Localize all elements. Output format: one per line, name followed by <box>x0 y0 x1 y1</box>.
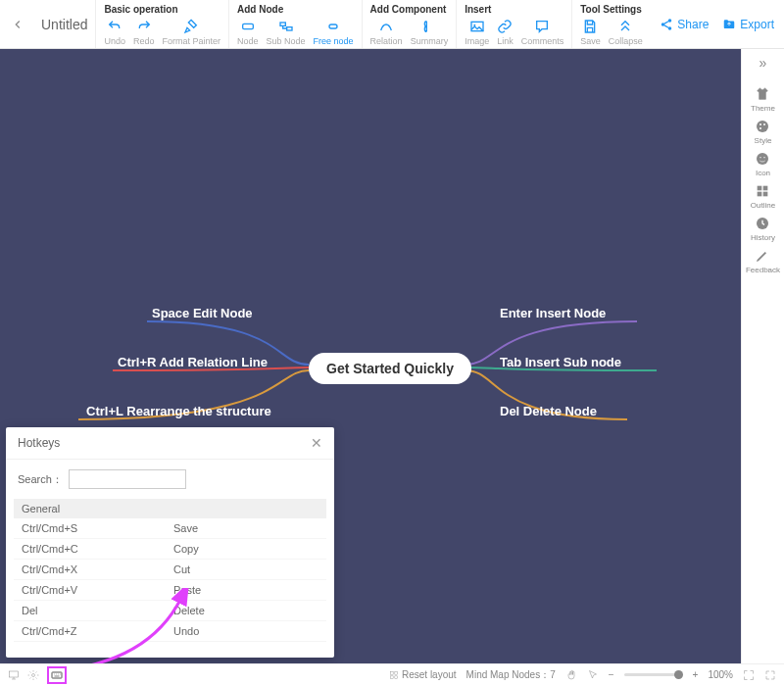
hotkeys-title: Hotkeys <box>18 436 60 450</box>
toolbar-item-label: Node <box>237 36 259 46</box>
zoom-in-button[interactable]: + <box>693 669 699 680</box>
redo-button[interactable]: Redo <box>131 17 157 48</box>
sidebar-theme[interactable]: Theme <box>746 86 780 113</box>
keyboard-icon[interactable] <box>47 666 67 684</box>
hotkey-action: Paste <box>173 584 201 596</box>
undo-button[interactable]: Undo <box>102 17 127 48</box>
link-button[interactable]: Link <box>495 17 515 48</box>
svg-rect-16 <box>758 186 762 191</box>
svg-point-10 <box>760 123 761 125</box>
svg-point-14 <box>760 157 761 158</box>
close-icon[interactable]: ✕ <box>311 435 322 451</box>
hotkey-row: Ctrl/Cmd+CCopy <box>14 539 326 560</box>
comments-button[interactable]: Comments <box>519 17 566 48</box>
leaf-left-2[interactable]: Ctrl+L Rearrange the structure <box>86 404 271 418</box>
sidebar-label: Feedback <box>746 266 780 274</box>
sidebar-label: Style <box>755 136 772 145</box>
hotkey-row: Ctrl/Cmd+ZUndo <box>14 621 326 642</box>
toolbar-item-label: Summary <box>411 36 449 46</box>
toolbar-item-label: Free node <box>314 36 354 46</box>
hotkey-row: Ctrl/Cmd+SSave <box>14 518 326 539</box>
toolbar-item-label: Link <box>497 36 514 46</box>
hotkey-action: Cut <box>173 563 190 575</box>
sidebar-history[interactable]: History <box>746 216 780 242</box>
export-button[interactable]: Export <box>722 18 774 31</box>
node-button[interactable]: Node <box>235 17 261 48</box>
cursor-tool-icon[interactable] <box>587 669 599 681</box>
hotkey-key: Del <box>22 605 173 616</box>
svg-rect-24 <box>390 671 393 674</box>
sidebar-label: Icon <box>756 169 770 177</box>
leaf-right-0[interactable]: Enter Insert Node <box>500 306 606 320</box>
svg-rect-1 <box>280 23 285 25</box>
toolbar-item-label: Image <box>465 36 489 46</box>
presentation-icon[interactable] <box>8 669 20 681</box>
collapse-button[interactable]: Collapse <box>607 17 645 48</box>
leaf-right-1[interactable]: Tab Insert Sub node <box>500 355 621 369</box>
toolbar-group-title: Insert <box>463 2 565 17</box>
sidebar-label: History <box>751 233 775 242</box>
toolbar-item-label: Save <box>580 36 601 46</box>
hand-tool-icon[interactable] <box>565 669 577 681</box>
relation-button[interactable]: Relation <box>368 17 405 48</box>
hotkey-key: Ctrl/Cmd+X <box>22 563 173 575</box>
svg-rect-26 <box>390 675 393 678</box>
sidebar-icon[interactable]: Icon <box>746 151 780 177</box>
hotkey-row: DelDelete <box>14 601 326 621</box>
leaf-left-1[interactable]: Ctrl+R Add Relation Line <box>118 355 268 369</box>
node-count-label: Mind Map Nodes：7 <box>466 668 556 682</box>
svg-rect-3 <box>329 24 337 28</box>
hotkey-row: Ctrl/Cmd+YRedo <box>14 642 326 646</box>
hotkey-key: Ctrl/Cmd+V <box>22 584 173 596</box>
sidebar-label: Theme <box>751 104 775 113</box>
center-node[interactable]: Get Started Quickly <box>309 353 471 384</box>
hotkey-key: Ctrl/Cmd+S <box>22 522 173 534</box>
fit-screen-icon[interactable] <box>743 669 755 681</box>
svg-rect-23 <box>52 672 62 678</box>
sidebar-outline[interactable]: Outline <box>746 183 780 210</box>
toolbar-item-label: Undo <box>104 36 125 46</box>
toolbar-group-title: Tool Settings <box>578 2 645 17</box>
document-title[interactable]: Untitled <box>41 17 87 32</box>
svg-rect-25 <box>395 671 398 674</box>
settings-icon[interactable] <box>27 669 39 681</box>
svg-point-11 <box>763 123 765 125</box>
zoom-out-button[interactable]: − <box>609 669 614 680</box>
leaf-left-0[interactable]: Space Edit Node <box>152 306 253 320</box>
svg-point-8 <box>668 26 672 30</box>
fullscreen-icon[interactable] <box>764 669 776 681</box>
share-button[interactable]: Share <box>660 18 709 31</box>
sidebar-style[interactable]: Style <box>746 119 780 145</box>
toolbar-group-title: Add Node <box>235 2 356 17</box>
hotkey-row: Ctrl/Cmd+XCut <box>14 560 326 580</box>
svg-rect-21 <box>10 671 19 677</box>
save-button[interactable]: Save <box>578 17 603 48</box>
hotkeys-dialog: Hotkeys ✕ Search： General Ctrl/Cmd+SSave… <box>6 427 334 658</box>
leaf-right-2[interactable]: Del Delete Node <box>500 404 597 418</box>
sidebar-feedback[interactable]: Feedback <box>746 248 780 274</box>
svg-rect-19 <box>763 192 768 197</box>
zoom-slider[interactable] <box>624 673 683 676</box>
format-painter-button[interactable]: Format Painter <box>161 17 223 48</box>
free-node-button[interactable]: Free node <box>312 17 356 48</box>
collapse-sidebar-button[interactable]: » <box>760 55 767 71</box>
export-label: Export <box>740 18 774 31</box>
sub-node-button[interactable]: Sub Node <box>265 17 308 48</box>
sidebar-label: Outline <box>751 201 775 210</box>
back-button[interactable] <box>8 15 27 34</box>
svg-point-12 <box>760 127 761 129</box>
svg-point-6 <box>668 19 672 23</box>
search-input[interactable] <box>69 469 186 489</box>
toolbar-item-label: Collapse <box>609 36 643 46</box>
zoom-level: 100% <box>708 669 733 680</box>
hotkey-key: Ctrl/Cmd+Z <box>22 625 173 637</box>
reset-layout-button[interactable]: Reset layout <box>389 669 457 680</box>
svg-rect-0 <box>242 24 253 28</box>
hotkey-action: Delete <box>173 605 205 616</box>
hotkey-row: Ctrl/Cmd+VPaste <box>14 580 326 601</box>
image-button[interactable]: Image <box>463 17 491 48</box>
summary-button[interactable]: Summary <box>409 17 451 48</box>
toolbar-item-label: Redo <box>133 36 155 46</box>
toolbar-item-label: Sub Node <box>267 36 306 46</box>
toolbar-group-title: Basic operation <box>102 2 222 17</box>
